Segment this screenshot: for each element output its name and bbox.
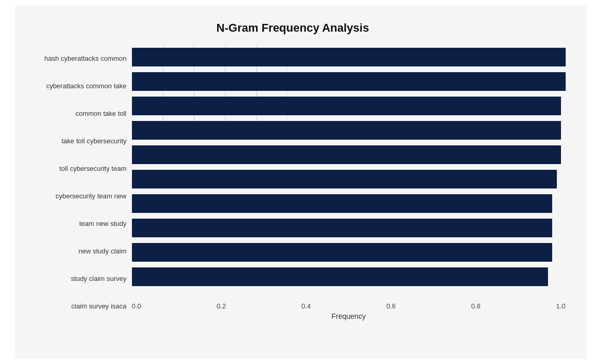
bar-row (132, 241, 566, 264)
bar-row (132, 46, 566, 69)
x-tick: 0.2 (217, 302, 226, 310)
x-axis-label: Frequency (132, 312, 566, 320)
x-tick: 0.0 (132, 302, 141, 310)
bar (132, 267, 549, 286)
bar (132, 72, 566, 91)
bar-row (132, 143, 566, 166)
bars-area (132, 45, 566, 289)
bar-row (132, 265, 566, 288)
bar-row (132, 217, 566, 239)
bar (132, 243, 553, 262)
bar-row (132, 95, 566, 117)
chart-title: N-Gram Frequency Analysis (20, 21, 566, 35)
bar (132, 170, 557, 188)
y-label: claim survey isaca (20, 300, 127, 313)
bar (132, 48, 566, 66)
y-label: toll cybersecurity team (20, 163, 127, 175)
bar (132, 121, 562, 140)
bars-and-x: 0.00.20.40.60.81.0 Frequency (132, 45, 566, 320)
x-tick: 0.4 (301, 302, 311, 310)
x-axis: 0.00.20.40.60.81.0 (132, 289, 566, 310)
bar (132, 145, 562, 164)
bar-row (132, 119, 566, 142)
y-label: cybersecurity team new (20, 190, 127, 203)
bar-row (132, 168, 566, 191)
y-labels: hash cyberattacks commoncyberattacks com… (20, 45, 132, 320)
x-tick: 0.8 (471, 302, 480, 310)
x-tick: 0.6 (386, 302, 396, 310)
bars-inner (132, 45, 566, 289)
chart-container: N-Gram Frequency Analysis hash cyberatta… (15, 6, 586, 359)
chart-area: hash cyberattacks commoncyberattacks com… (20, 45, 566, 320)
y-label: common take toll (20, 107, 127, 120)
y-label: new study claim (20, 245, 127, 258)
y-label: study claim survey (20, 273, 127, 285)
x-tick: 1.0 (556, 302, 565, 310)
bar (132, 219, 553, 237)
y-label: take toll cybersecurity (20, 135, 127, 147)
x-ticks: 0.00.20.40.60.81.0 (132, 300, 566, 310)
y-label: cyberattacks common take (20, 80, 127, 92)
bar (132, 194, 553, 213)
y-label: team new study (20, 218, 127, 230)
bar (132, 97, 562, 115)
bar-row (132, 70, 566, 93)
y-label: hash cyberattacks common (20, 52, 127, 65)
bar-row (132, 192, 566, 215)
